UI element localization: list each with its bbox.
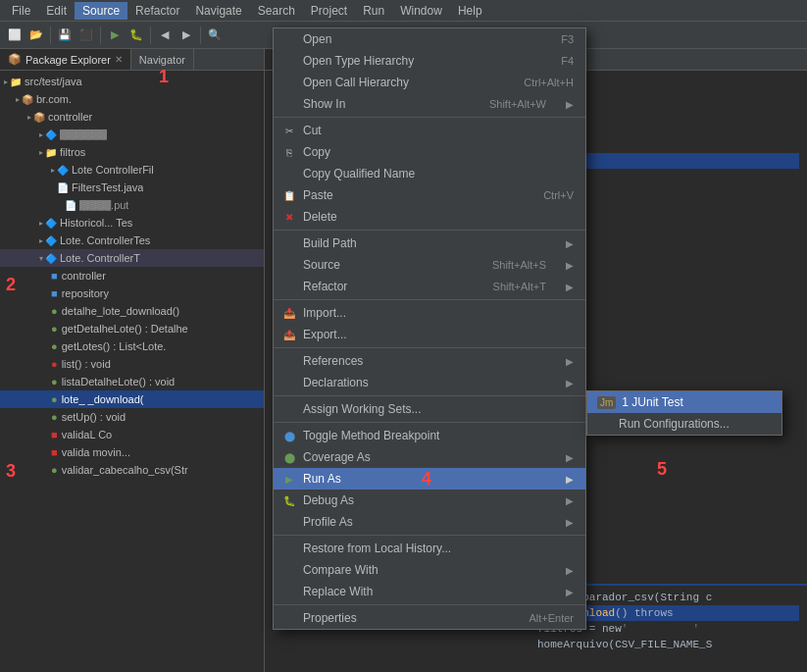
ctx-item-left: 🐛 Debug As bbox=[281, 492, 354, 508]
package-icon: 📦 bbox=[22, 94, 33, 105]
ctx-label: Import... bbox=[303, 306, 346, 320]
menu-run[interactable]: Run bbox=[355, 2, 392, 20]
toolbar-debug-btn[interactable]: 🐛 bbox=[126, 25, 147, 46]
ctx-item-left: Profile As bbox=[281, 514, 353, 530]
ctx-references[interactable]: References ▶ bbox=[274, 350, 585, 372]
tree-item[interactable]: ● detalhe_lote_download() bbox=[0, 302, 264, 320]
navigator-label: Navigator bbox=[139, 54, 185, 66]
menu-search[interactable]: Search bbox=[250, 2, 303, 20]
toolbar-new-btn[interactable]: ⬜ bbox=[4, 25, 25, 46]
tree-item[interactable]: ▸ 🔷 Lote. ControllerTes bbox=[0, 232, 264, 249]
paste-icon: 📋 bbox=[281, 187, 297, 203]
submenu-run-configurations[interactable]: Run Configurations... bbox=[587, 413, 782, 435]
ctx-build-path[interactable]: Build Path ▶ bbox=[274, 233, 585, 254]
toolbar-save-btn[interactable]: 💾 bbox=[54, 25, 76, 46]
menu-navigate[interactable]: Navigate bbox=[187, 2, 249, 20]
tree-item[interactable]: ● validar_cabecalho_csv(Str bbox=[0, 461, 264, 479]
tree-item[interactable]: ■ valida movin... bbox=[0, 443, 264, 461]
ctx-compare-with[interactable]: Compare With ▶ bbox=[274, 559, 585, 581]
tree-area[interactable]: ▸ 📁 src/test/java ▸ 📦 br.com. ▸ 📦 contro… bbox=[0, 71, 264, 672]
tree-item[interactable]: ■ repository bbox=[0, 284, 264, 302]
tree-item[interactable]: ▸ 📁 filtros bbox=[0, 143, 264, 161]
tree-item[interactable]: ● lote_ _download( bbox=[0, 390, 264, 408]
ctx-paste[interactable]: 📋 Paste Ctrl+V bbox=[274, 184, 585, 206]
menu-help[interactable]: Help bbox=[450, 2, 490, 20]
toolbar-search-btn[interactable]: 🔍 bbox=[204, 25, 226, 46]
ctx-item-left: ⬤ Toggle Method Breakpoint bbox=[281, 428, 439, 443]
ctx-declarations[interactable]: Declarations ▶ bbox=[274, 372, 585, 393]
tree-item[interactable]: ■ validaL Co bbox=[0, 426, 264, 443]
ctx-item-left: Properties bbox=[281, 610, 357, 626]
ctx-profile-as[interactable]: Profile As ▶ bbox=[274, 511, 585, 533]
ctx-separator bbox=[274, 535, 585, 536]
ctx-run-as[interactable]: ▶ Run As ▶ bbox=[274, 468, 585, 490]
menu-file[interactable]: File bbox=[4, 2, 38, 20]
menu-edit[interactable]: Edit bbox=[38, 2, 75, 20]
ctx-label: Open Call Hierarchy bbox=[303, 76, 409, 89]
submenu-arrow: ▶ bbox=[566, 495, 574, 506]
field-icon: ■ bbox=[51, 270, 58, 282]
ctx-cut[interactable]: ✂ Cut bbox=[274, 120, 585, 141]
ctx-label: Paste bbox=[303, 188, 333, 202]
ctx-toggle-breakpoint[interactable]: ⬤ Toggle Method Breakpoint bbox=[274, 425, 585, 446]
tree-item[interactable]: ▾ 🔷 Lote. ControllerT bbox=[0, 249, 264, 267]
ctx-item-left: ⬤ Coverage As bbox=[281, 449, 371, 465]
menu-source[interactable]: Source bbox=[75, 2, 127, 20]
tree-item[interactable]: ▸ 🔷 ▓▓▓▓▓▓ bbox=[0, 126, 264, 143]
ctx-debug-as[interactable]: 🐛 Debug As ▶ bbox=[274, 490, 585, 511]
ctx-label: Source bbox=[303, 258, 340, 272]
tree-item[interactable]: ● getLotes() : List<Lote. bbox=[0, 337, 264, 355]
tree-item[interactable]: ■ controller bbox=[0, 267, 264, 284]
tree-item[interactable]: ● list() : void bbox=[0, 355, 264, 373]
ctx-open-type-hierarchy[interactable]: Open Type Hierarchy F4 bbox=[274, 50, 585, 72]
run-as-icon: ▶ bbox=[281, 471, 297, 487]
tree-item[interactable]: ▸ 📄 FiltersTest.java bbox=[0, 179, 264, 196]
ctx-item-left: Replace With bbox=[281, 584, 373, 599]
ctx-copy[interactable]: ⎘ Copy bbox=[274, 141, 585, 163]
toolbar-next-btn[interactable]: ▶ bbox=[176, 25, 197, 46]
method-icon: ● bbox=[51, 411, 58, 423]
tree-item[interactable]: ▸ 📦 controller bbox=[0, 108, 264, 126]
package-explorer-close[interactable]: ✕ bbox=[115, 54, 123, 65]
open-icon bbox=[281, 31, 297, 47]
submenu-arrow: ▶ bbox=[566, 474, 574, 485]
ctx-show-in[interactable]: Show In Shift+Alt+W ▶ bbox=[274, 93, 585, 115]
toolbar-prev-btn[interactable]: ◀ bbox=[154, 25, 176, 46]
ctx-source[interactable]: Source Shift+Alt+S ▶ bbox=[274, 254, 585, 276]
ctx-replace-with[interactable]: Replace With ▶ bbox=[274, 581, 585, 602]
submenu-junit-test[interactable]: Jm 1 JUnit Test bbox=[587, 391, 782, 413]
ctx-assign-working-sets[interactable]: Assign Working Sets... bbox=[274, 398, 585, 420]
tree-item[interactable]: ▸ 📦 br.com. bbox=[0, 90, 264, 108]
tab-package-explorer[interactable]: 📦 Package Explorer ✕ bbox=[0, 49, 131, 70]
ctx-import[interactable]: 📥 Import... bbox=[274, 302, 585, 324]
ctx-export[interactable]: 📤 Export... bbox=[274, 324, 585, 345]
tree-item[interactable]: ▸ 🔷 Lote ControllerFil bbox=[0, 161, 264, 179]
tree-label: setUp() : void bbox=[62, 411, 126, 423]
ctx-refactor[interactable]: Refactor Shift+Alt+T ▶ bbox=[274, 276, 585, 297]
ctx-copy-qualified[interactable]: Copy Qualified Name bbox=[274, 163, 585, 184]
tree-item[interactable]: 📄 ▓▓▓▓.put bbox=[0, 196, 264, 214]
menu-project[interactable]: Project bbox=[303, 2, 355, 20]
ctx-properties[interactable]: Properties Alt+Enter bbox=[274, 607, 585, 629]
ctx-item-left: Build Path bbox=[281, 235, 357, 251]
ctx-open-call-hierarchy[interactable]: Open Call Hierarchy Ctrl+Alt+H bbox=[274, 72, 585, 93]
toolbar-run-btn[interactable]: ▶ bbox=[104, 25, 126, 46]
tree-item[interactable]: ● getDetalheLote() : Detalhe bbox=[0, 320, 264, 337]
toolbar-open-btn[interactable]: 📂 bbox=[25, 25, 47, 46]
tab-navigator[interactable]: Navigator bbox=[131, 49, 194, 70]
menu-window[interactable]: Window bbox=[392, 2, 450, 20]
ctx-label: Replace With bbox=[303, 585, 373, 598]
tree-item[interactable]: ● setUp() : void bbox=[0, 408, 264, 426]
ctx-delete[interactable]: ✖ Delete bbox=[274, 206, 585, 228]
ctx-coverage-as[interactable]: ⬤ Coverage As ▶ bbox=[274, 446, 585, 468]
ctx-item-left: Assign Working Sets... bbox=[281, 401, 422, 417]
toolbar-saveall-btn[interactable]: ⬛ bbox=[76, 25, 97, 46]
ctx-restore-history[interactable]: Restore from Local History... bbox=[274, 538, 585, 559]
menu-refactor[interactable]: Refactor bbox=[127, 2, 187, 20]
tree-item[interactable]: ▸ 🔷 Historicol... Tes bbox=[0, 214, 264, 232]
class-icon: 🔷 bbox=[45, 129, 57, 140]
tree-item[interactable]: ● listaDetalheLote() : void bbox=[0, 373, 264, 390]
tree-item[interactable]: ▸ 📁 src/test/java bbox=[0, 73, 264, 90]
ctx-open[interactable]: Open F3 bbox=[274, 28, 585, 50]
tree-label: controller bbox=[48, 111, 92, 123]
